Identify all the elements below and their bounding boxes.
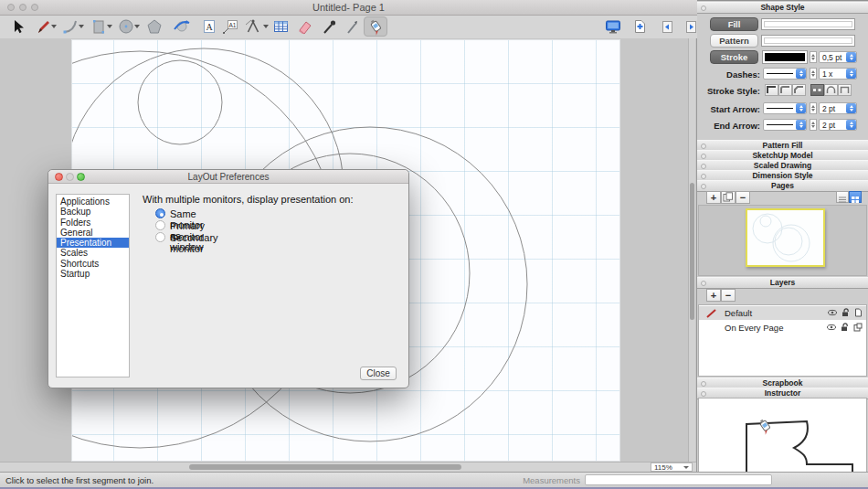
layer-visibility-icon[interactable] xyxy=(828,309,837,316)
start-arrow-dropdown-icon[interactable] xyxy=(796,103,806,113)
category-item-backup[interactable]: Backup xyxy=(57,207,129,217)
category-item-general[interactable]: General xyxy=(57,228,129,238)
horizontal-scrollbar-thumb[interactable] xyxy=(189,464,461,470)
dialog-close-icon[interactable] xyxy=(55,173,63,181)
stroke-cap-butt-button[interactable] xyxy=(810,84,824,96)
dialog-zoom-icon[interactable] xyxy=(77,173,85,181)
add-page-button[interactable] xyxy=(630,16,650,37)
layer-row-default[interactable]: Default xyxy=(699,306,866,320)
layer-lock-icon[interactable] xyxy=(841,323,849,332)
page-thumbnail-selected[interactable] xyxy=(746,208,825,267)
measurements-label: Measurements xyxy=(512,475,580,485)
style-eyedropper-tool-button[interactable] xyxy=(319,16,339,37)
start-arrow-dropdown[interactable] xyxy=(763,102,807,114)
start-arrow-size-dropdown-icon[interactable] xyxy=(846,103,856,113)
pencil-dropdown-icon[interactable] xyxy=(51,25,57,28)
stroke-join-miter-button[interactable] xyxy=(765,84,778,96)
stroke-width-combo[interactable]: 0,5 pt xyxy=(819,51,857,63)
pencil-tool-button[interactable] xyxy=(33,16,53,37)
radio-unselected-icon[interactable] xyxy=(155,220,165,230)
eraser-tool-button[interactable] xyxy=(294,16,314,37)
pencil-icon xyxy=(35,18,51,35)
arc-tool-button[interactable] xyxy=(60,16,80,37)
dashes-dropdown[interactable] xyxy=(763,68,807,80)
dashes-scale-combo[interactable]: 1 x xyxy=(819,68,857,80)
pages-list-view-button[interactable] xyxy=(836,191,849,203)
stroke-join-bevel-button[interactable] xyxy=(792,84,806,96)
circle-dropdown-icon[interactable] xyxy=(134,25,140,28)
category-item-folders[interactable]: Folders xyxy=(57,218,129,228)
layers-remove-button[interactable]: − xyxy=(721,289,736,302)
dashes-scale-dropdown-icon[interactable] xyxy=(846,69,856,79)
stroke-width-dropdown-icon[interactable] xyxy=(846,52,856,62)
eraser-icon xyxy=(295,18,313,35)
dimension-dropdown-icon[interactable] xyxy=(263,25,269,28)
circle-tool-button[interactable] xyxy=(116,16,136,37)
stroke-cap-round-button[interactable] xyxy=(824,84,838,96)
layers-add-button[interactable]: + xyxy=(706,289,721,302)
start-presentation-button[interactable] xyxy=(603,16,623,37)
layer-page-icon[interactable] xyxy=(854,308,863,317)
start-arrow-size-stepper[interactable] xyxy=(810,102,817,114)
polygon-tool-button[interactable] xyxy=(144,16,164,37)
start-arrow-size-combo[interactable]: 2 pt xyxy=(819,102,857,114)
measurements-input[interactable] xyxy=(585,474,772,485)
zoom-level-dropdown[interactable]: 115% xyxy=(651,462,693,472)
category-item-applications[interactable]: Applications xyxy=(57,197,129,207)
previous-page-button[interactable] xyxy=(657,16,677,37)
fill-color-well[interactable] xyxy=(761,18,855,30)
dimension-tool-button[interactable] xyxy=(243,16,263,37)
dashes-dropdown-icon[interactable] xyxy=(796,69,806,79)
pattern-well[interactable] xyxy=(761,35,855,47)
panel-header-shape-style[interactable]: Shape Style xyxy=(697,2,868,14)
pages-duplicate-button[interactable] xyxy=(721,191,736,204)
arc-dropdown-icon[interactable] xyxy=(79,25,84,28)
end-arrow-dropdown-icon[interactable] xyxy=(796,120,806,130)
radio-unselected-icon[interactable] xyxy=(155,232,165,242)
dashes-label: Dashes: xyxy=(697,69,760,80)
stroke-join-round-button[interactable] xyxy=(778,84,792,96)
end-arrow-size-combo[interactable]: 2 pt xyxy=(819,119,857,131)
layer-lock-icon[interactable] xyxy=(842,308,850,317)
category-item-scales[interactable]: Scales xyxy=(57,248,129,258)
category-item-startup[interactable]: Startup xyxy=(57,269,129,279)
text-tool-button[interactable]: A xyxy=(199,16,219,37)
pages-add-button[interactable]: + xyxy=(706,191,721,204)
table-tool-button[interactable] xyxy=(270,16,291,37)
rectangle-tool-button[interactable] xyxy=(89,16,109,37)
svg-text:A: A xyxy=(206,22,213,32)
window-close-icon[interactable] xyxy=(7,4,15,11)
stroke-width-stepper[interactable] xyxy=(810,51,817,63)
panel-header-layers[interactable]: Layers xyxy=(697,277,868,289)
select-tool-button[interactable] xyxy=(7,16,27,37)
category-item-shortcuts[interactable]: Shortcuts xyxy=(57,259,129,269)
layer-visibility-icon[interactable] xyxy=(827,324,836,331)
pattern-button[interactable]: Pattern xyxy=(710,34,758,48)
join-tool-button[interactable] xyxy=(364,16,387,37)
layer-shared-icon[interactable] xyxy=(853,323,863,332)
pages-remove-button[interactable]: − xyxy=(736,191,750,204)
stroke-color-swatch[interactable] xyxy=(763,51,807,63)
rectangle-dropdown-icon[interactable] xyxy=(107,25,112,28)
end-arrow-size-stepper[interactable] xyxy=(810,119,817,131)
presentation-draw-tool-button[interactable] xyxy=(172,16,192,37)
end-arrow-dropdown[interactable] xyxy=(763,119,807,131)
stroke-cap-square-button[interactable] xyxy=(838,84,852,96)
dashes-scale-stepper[interactable] xyxy=(810,68,817,80)
layer-row-on-every-page[interactable]: On Every Page xyxy=(699,321,866,335)
vertical-scrollbar-thumb[interactable] xyxy=(690,183,694,320)
fill-button[interactable]: Fill xyxy=(710,17,758,31)
end-arrow-size-dropdown-icon[interactable] xyxy=(846,120,856,130)
label-tool-button[interactable]: A1 xyxy=(220,16,240,37)
dialog-minimize-icon[interactable] xyxy=(66,173,74,181)
layout-preferences-dialog: LayOut Preferences Applications Backup F… xyxy=(48,169,409,388)
pages-grid-view-button[interactable] xyxy=(849,191,862,203)
pen-tool-button[interactable] xyxy=(343,16,363,37)
window-minimize-icon[interactable] xyxy=(19,4,26,11)
close-button[interactable]: Close xyxy=(360,367,397,380)
stroke-button[interactable]: Stroke xyxy=(710,50,758,64)
category-item-presentation[interactable]: Presentation xyxy=(57,238,129,248)
vertical-scrollbar[interactable] xyxy=(688,38,695,462)
window-zoom-icon[interactable] xyxy=(31,4,38,11)
radio-selected-icon[interactable] xyxy=(155,208,165,218)
